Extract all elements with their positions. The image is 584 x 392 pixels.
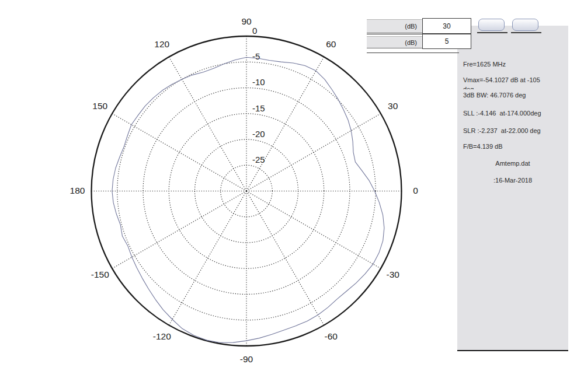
stat-line: Amtemp.dat bbox=[457, 160, 568, 167]
stat-line: SLR :-2.237 at-22.000 deg bbox=[463, 127, 565, 135]
stat-line: Fre=1625 MHz bbox=[463, 61, 565, 68]
polar-radiation-chart: 0306090120150180-150-120-90-60-300-5-10-… bbox=[0, 0, 444, 392]
grid-spoke bbox=[112, 114, 246, 191]
grid-spoke bbox=[169, 191, 246, 326]
stat-line: :16-Mar-2018 bbox=[457, 177, 568, 184]
angle-tick-label: -150 bbox=[91, 270, 109, 279]
radial-tick-label: -20 bbox=[252, 129, 265, 139]
stat-line: SLL :-4.146 at-174.000deg bbox=[463, 110, 565, 117]
grid-spoke bbox=[246, 114, 381, 191]
step-db-label: (dB) bbox=[367, 36, 422, 48]
grid-spoke bbox=[169, 57, 246, 191]
grid-spoke bbox=[246, 191, 381, 269]
stat-line: 3dB BW: 46.7076 deg bbox=[463, 92, 565, 99]
button2-underline bbox=[511, 32, 541, 33]
grid-spoke bbox=[112, 191, 246, 269]
angle-tick-label: -90 bbox=[240, 354, 253, 364]
stats-panel: Fre=1625 MHzVmax=-54.1027 dB at -105deg3… bbox=[457, 26, 568, 351]
radial-tick-label: -10 bbox=[252, 77, 265, 87]
angle-tick-label: 120 bbox=[154, 39, 169, 49]
angle-tick-label: 90 bbox=[241, 16, 252, 26]
angle-tick-label: 30 bbox=[388, 101, 398, 111]
scale-db-label: (dB) bbox=[367, 19, 422, 33]
angle-tick-label: 0 bbox=[413, 186, 418, 195]
stat-line: deg bbox=[463, 86, 565, 89]
angle-tick-label: -60 bbox=[325, 331, 338, 341]
button1-underline bbox=[477, 32, 507, 33]
stat-line: Vmax=-54.1027 dB at -105 bbox=[463, 76, 565, 84]
radial-tick-label: 0 bbox=[252, 26, 257, 36]
step-db-input[interactable] bbox=[422, 34, 471, 49]
angle-tick-label: 60 bbox=[326, 39, 336, 49]
radial-tick-label: -15 bbox=[252, 103, 265, 113]
angle-tick-label: -30 bbox=[387, 270, 400, 279]
radial-tick-label: -25 bbox=[252, 155, 265, 164]
toolbar-button-2[interactable] bbox=[512, 19, 538, 31]
angle-tick-label: 150 bbox=[92, 101, 107, 111]
angle-tick-label: -120 bbox=[153, 331, 171, 341]
angle-tick-label: 180 bbox=[70, 186, 85, 195]
row2-underline bbox=[367, 52, 459, 53]
stat-line: F/B=4.139 dB bbox=[463, 143, 565, 150]
scale-db-input[interactable] bbox=[422, 18, 471, 34]
radiation-pattern-trace bbox=[112, 57, 384, 342]
toolbar-button-1[interactable] bbox=[478, 19, 505, 31]
radial-tick-label: -5 bbox=[252, 51, 260, 61]
grid-spoke bbox=[246, 191, 324, 326]
